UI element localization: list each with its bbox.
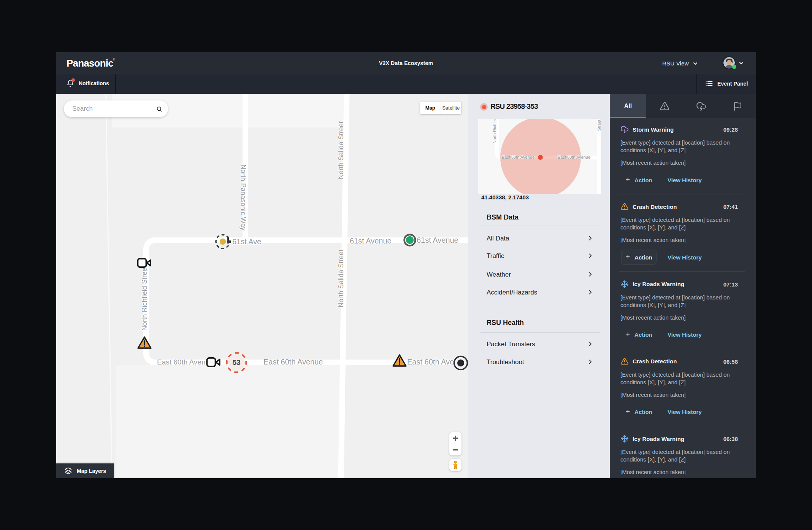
map-canvas[interactable]: North Panasonic Way North Salida Street …: [56, 94, 468, 478]
tab-all[interactable]: All: [610, 94, 646, 118]
event-description: [Event type] detected at [location] base…: [620, 371, 735, 386]
map-type-toggle: Map Satellite: [420, 102, 461, 114]
search-icon[interactable]: [156, 105, 162, 113]
detail-menu-item[interactable]: Weather: [487, 271, 594, 279]
event-action-taken: [Most recent action taken]: [620, 469, 686, 475]
map-minor-road: [105, 94, 113, 478]
event-card: Icy Roads Warning 06:38 [Event type] det…: [610, 428, 756, 478]
view-history-link[interactable]: View History: [668, 177, 702, 183]
street-label-north-salida-bottom: North Salida Street: [337, 250, 345, 307]
chevron-right-icon: [587, 271, 594, 278]
detail-menu-item[interactable]: Traffic: [487, 252, 594, 260]
search-input[interactable]: [72, 105, 156, 113]
minus-icon: [453, 449, 458, 450]
detail-menu-item[interactable]: All Data: [487, 235, 594, 242]
poi-square: [229, 240, 231, 243]
zoom-in-button[interactable]: [449, 432, 462, 444]
event-actions: + Action View History: [620, 174, 652, 186]
storm-cloud-icon: [696, 101, 706, 111]
event-description: [Event type] detected at [location] base…: [620, 139, 735, 154]
rsu-header: RSU 23958-353: [468, 94, 610, 120]
street-label-north-salida-top: North Salida Street: [337, 121, 345, 179]
notifications-button[interactable]: Notfications: [67, 79, 109, 88]
detail-menu-item[interactable]: Accident/Hazards: [487, 289, 594, 296]
plus-icon: +: [626, 175, 630, 184]
action-button[interactable]: Action: [634, 409, 652, 415]
chevron-right-icon: [587, 235, 594, 242]
event-time: 09:28: [723, 126, 738, 133]
flag-icon: [733, 102, 742, 111]
rsu-location-dot: [538, 155, 543, 160]
chevron-right-icon: [587, 341, 594, 347]
crash-warning-icon: [620, 357, 629, 366]
tab-weather[interactable]: [683, 94, 719, 118]
event-title: Crash Detection: [633, 358, 677, 364]
map-block: [116, 365, 344, 478]
chevron-right-icon: [587, 289, 594, 296]
zoom-out-button[interactable]: [449, 444, 462, 455]
detail-menu-item[interactable]: Troubleshoot: [487, 358, 594, 366]
event-time: 07:13: [723, 281, 738, 288]
chevron-down-icon[interactable]: [738, 60, 744, 66]
divider: [481, 226, 600, 226]
view-history-link[interactable]: View History: [668, 409, 702, 415]
layers-icon: [65, 467, 72, 474]
list-icon: [705, 80, 713, 88]
rsu-status-dot: [480, 103, 488, 111]
street-label-east-60th-left: East 60th Avenue: [157, 358, 214, 366]
chevron-down-icon: [692, 60, 698, 67]
view-selector-label: RSU View: [662, 60, 689, 67]
app-window: Panasonic® V2X Data Ecosystem RSU View: [56, 52, 756, 478]
crash-warning-icon: [620, 202, 629, 211]
action-button[interactable]: Action: [634, 331, 652, 338]
road-richfield-loop: [143, 237, 468, 365]
hazard-triangle-icon[interactable]: [392, 354, 407, 368]
divider: [696, 74, 697, 94]
event-panel-button[interactable]: Event Panel: [705, 80, 748, 88]
divider: [115, 74, 116, 94]
hazard-triangle-icon[interactable]: [137, 336, 152, 350]
rsu-detail-panel: RSU 23958-353 North Richfiel Street East…: [468, 94, 610, 478]
event-card: Crash Detection 07:41 [Event type] detec…: [610, 196, 756, 273]
street-label-north-panasonic-way: North Panasonic Way: [239, 164, 247, 230]
page-title: V2X Data Ecosystem: [56, 60, 756, 66]
rsu-minimap[interactable]: North Richfiel Street East 60th Avenue E…: [478, 119, 601, 194]
event-title: Icy Roads Warning: [633, 436, 684, 442]
pegman-button[interactable]: [449, 459, 462, 471]
minimap-label-east-60th-left: East 60th Avenue: [502, 155, 534, 159]
camera-icon[interactable]: [137, 257, 151, 269]
status-online-dot: [732, 65, 736, 69]
rsu-coordinates: 41.40338, 2.17403: [481, 194, 529, 201]
map-layers-button[interactable]: Map Layers: [56, 463, 114, 478]
chevron-right-icon: [587, 252, 594, 259]
plus-icon: +: [626, 407, 630, 416]
avatar[interactable]: [723, 57, 735, 68]
event-description: [Event type] detected at [location] base…: [620, 448, 735, 463]
notification-badge: [71, 78, 75, 82]
rsu-marker-dark[interactable]: [453, 355, 468, 371]
street-label-61st-ave: 61st Ave: [232, 237, 261, 246]
map-poi-glyph: [227, 237, 231, 244]
map-type-map[interactable]: Map: [420, 102, 441, 114]
cluster-marker-53[interactable]: 53: [226, 352, 247, 373]
view-history-link[interactable]: View History: [668, 254, 702, 261]
view-history-link[interactable]: View History: [668, 331, 702, 338]
detail-menu-item[interactable]: Packet Transfers: [487, 341, 594, 348]
view-selector[interactable]: RSU View: [662, 59, 698, 67]
cluster-count: 53: [226, 352, 247, 373]
rsu-marker-online-green[interactable]: [402, 232, 417, 248]
event-title: Icy Roads Warning: [633, 281, 684, 287]
street-label-east-60th-mid: East 60th Avenue: [263, 358, 323, 366]
camera-icon[interactable]: [206, 357, 220, 368]
minimap-label-north-richfield: North Richfiel: [492, 119, 497, 143]
map-search[interactable]: [64, 100, 168, 117]
minimap-label-street: Street: [597, 119, 601, 131]
toolbar: Notfications Event Panel: [56, 74, 756, 94]
tab-flagged[interactable]: [719, 94, 756, 118]
map-type-satellite[interactable]: Satellite: [441, 102, 462, 114]
event-feed-panel: All: [610, 94, 756, 478]
event-description: [Event type] detected at [location] base…: [620, 216, 735, 231]
section-title: RSU Health: [487, 319, 524, 327]
action-button[interactable]: Action: [634, 177, 652, 183]
tab-hazards[interactable]: [646, 94, 683, 118]
